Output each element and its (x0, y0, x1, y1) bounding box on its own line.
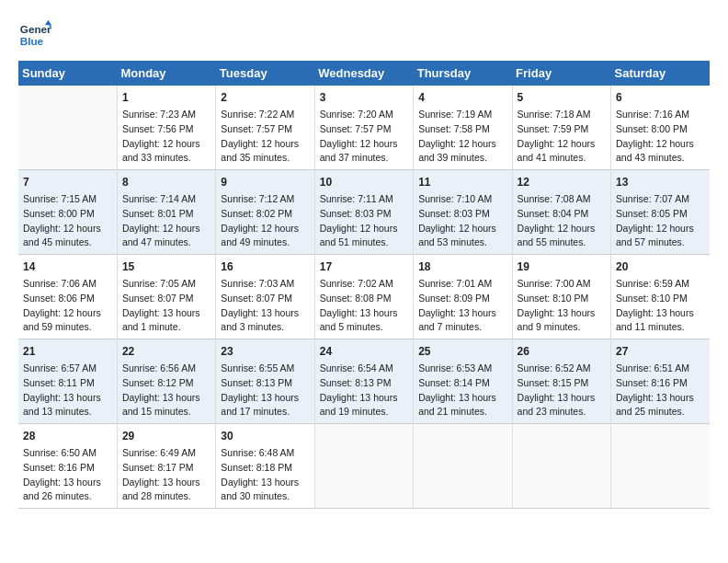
daylight-text: Daylight: 12 hours and 41 minutes. (518, 137, 606, 167)
daylight-text: Daylight: 12 hours and 49 minutes. (221, 222, 309, 251)
calendar-cell: 24Sunrise: 6:54 AMSunset: 8:13 PMDayligh… (314, 339, 413, 424)
calendar-cell: 5Sunrise: 7:18 AMSunset: 7:59 PMDaylight… (512, 86, 610, 170)
calendar-cell: 11Sunrise: 7:10 AMSunset: 8:03 PMDayligh… (414, 170, 512, 255)
calendar-cell: 16Sunrise: 7:03 AMSunset: 8:07 PMDayligh… (216, 255, 314, 339)
daylight-text: Daylight: 13 hours and 5 minutes. (320, 306, 408, 336)
calendar-cell (611, 424, 710, 509)
weekday-row: SundayMondayTuesdayWednesdayThursdayFrid… (18, 61, 710, 86)
day-number: 4 (418, 89, 506, 106)
calendar-cell: 19Sunrise: 7:00 AMSunset: 8:10 PMDayligh… (512, 255, 610, 339)
sunset-text: Sunset: 8:16 PM (616, 376, 705, 391)
day-number: 16 (221, 259, 309, 275)
daylight-text: Daylight: 12 hours and 51 minutes. (320, 222, 408, 251)
logo-icon: General Blue (18, 18, 51, 52)
calendar-cell (414, 424, 512, 509)
calendar-cell: 15Sunrise: 7:05 AMSunset: 8:07 PMDayligh… (117, 255, 215, 339)
day-number: 23 (221, 343, 309, 360)
calendar-cell (314, 424, 413, 509)
calendar-week-row: 21Sunrise: 6:57 AMSunset: 8:11 PMDayligh… (18, 339, 710, 424)
sunrise-text: Sunrise: 6:59 AM (616, 277, 705, 292)
daylight-text: Daylight: 13 hours and 7 minutes. (418, 306, 506, 336)
sunset-text: Sunset: 8:07 PM (122, 292, 210, 306)
sunrise-text: Sunrise: 7:01 AM (418, 277, 506, 292)
calendar-cell (18, 86, 117, 170)
sunset-text: Sunset: 7:57 PM (320, 122, 408, 137)
weekday-header: Tuesday (216, 61, 314, 86)
sunset-text: Sunset: 8:02 PM (221, 207, 309, 222)
sunset-text: Sunset: 7:57 PM (221, 122, 309, 137)
calendar-cell: 2Sunrise: 7:22 AMSunset: 7:57 PMDaylight… (216, 86, 314, 170)
sunset-text: Sunset: 8:03 PM (320, 207, 408, 222)
page-header: General Blue (18, 18, 710, 52)
sunset-text: Sunset: 8:00 PM (23, 207, 112, 222)
daylight-text: Daylight: 13 hours and 17 minutes. (221, 391, 309, 420)
sunrise-text: Sunrise: 7:14 AM (122, 192, 210, 207)
weekday-header: Saturday (611, 61, 710, 86)
daylight-text: Daylight: 12 hours and 39 minutes. (418, 137, 506, 167)
sunset-text: Sunset: 8:11 PM (23, 376, 112, 391)
calendar-cell: 26Sunrise: 6:52 AMSunset: 8:15 PMDayligh… (512, 339, 610, 424)
sunrise-text: Sunrise: 7:16 AM (616, 108, 705, 122)
sunrise-text: Sunrise: 6:48 AM (221, 446, 309, 461)
day-number: 13 (616, 174, 705, 190)
sunrise-text: Sunrise: 7:23 AM (122, 108, 210, 122)
sunset-text: Sunset: 8:05 PM (616, 207, 705, 222)
sunrise-text: Sunrise: 7:00 AM (518, 277, 606, 292)
sunrise-text: Sunrise: 6:52 AM (518, 362, 606, 376)
calendar-week-row: 28Sunrise: 6:50 AMSunset: 8:16 PMDayligh… (18, 424, 710, 509)
sunrise-text: Sunrise: 7:11 AM (320, 192, 408, 207)
daylight-text: Daylight: 12 hours and 33 minutes. (122, 137, 210, 167)
day-number: 14 (23, 259, 112, 275)
daylight-text: Daylight: 13 hours and 28 minutes. (122, 476, 210, 505)
sunrise-text: Sunrise: 6:51 AM (616, 362, 705, 376)
sunset-text: Sunset: 8:10 PM (518, 292, 606, 306)
day-number: 6 (616, 89, 705, 106)
daylight-text: Daylight: 13 hours and 30 minutes. (221, 476, 309, 505)
sunset-text: Sunset: 8:07 PM (221, 292, 309, 306)
day-number: 15 (122, 259, 210, 275)
calendar-cell: 9Sunrise: 7:12 AMSunset: 8:02 PMDaylight… (216, 170, 314, 255)
calendar-cell: 25Sunrise: 6:53 AMSunset: 8:14 PMDayligh… (414, 339, 512, 424)
sunset-text: Sunset: 7:56 PM (122, 122, 210, 137)
calendar-cell: 3Sunrise: 7:20 AMSunset: 7:57 PMDaylight… (314, 86, 413, 170)
daylight-text: Daylight: 13 hours and 3 minutes. (221, 306, 309, 336)
day-number: 21 (23, 343, 112, 360)
sunrise-text: Sunrise: 7:07 AM (616, 192, 705, 207)
calendar-cell: 7Sunrise: 7:15 AMSunset: 8:00 PMDaylight… (18, 170, 117, 255)
daylight-text: Daylight: 13 hours and 23 minutes. (518, 391, 606, 420)
day-number: 1 (122, 89, 210, 106)
day-number: 11 (418, 174, 506, 190)
day-number: 10 (320, 174, 408, 190)
logo: General Blue (18, 18, 51, 52)
calendar-cell: 20Sunrise: 6:59 AMSunset: 8:10 PMDayligh… (611, 255, 710, 339)
day-number: 7 (23, 174, 112, 190)
calendar-cell: 17Sunrise: 7:02 AMSunset: 8:08 PMDayligh… (314, 255, 413, 339)
sunset-text: Sunset: 8:03 PM (418, 207, 506, 222)
calendar-body: 1Sunrise: 7:23 AMSunset: 7:56 PMDaylight… (18, 86, 710, 509)
sunrise-text: Sunrise: 7:08 AM (518, 192, 606, 207)
daylight-text: Daylight: 13 hours and 26 minutes. (23, 476, 112, 505)
day-number: 25 (418, 343, 506, 360)
daylight-text: Daylight: 13 hours and 9 minutes. (518, 306, 606, 336)
sunrise-text: Sunrise: 6:54 AM (320, 362, 408, 376)
day-number: 22 (122, 343, 210, 360)
daylight-text: Daylight: 12 hours and 37 minutes. (320, 137, 408, 167)
day-number: 27 (616, 343, 705, 360)
calendar-cell: 23Sunrise: 6:55 AMSunset: 8:13 PMDayligh… (216, 339, 314, 424)
calendar-week-row: 7Sunrise: 7:15 AMSunset: 8:00 PMDaylight… (18, 170, 710, 255)
sunrise-text: Sunrise: 7:03 AM (221, 277, 309, 292)
sunset-text: Sunset: 8:08 PM (320, 292, 408, 306)
sunrise-text: Sunrise: 7:20 AM (320, 108, 408, 122)
daylight-text: Daylight: 13 hours and 11 minutes. (616, 306, 705, 336)
daylight-text: Daylight: 13 hours and 25 minutes. (616, 391, 705, 420)
sunset-text: Sunset: 7:58 PM (418, 122, 506, 137)
calendar-table: SundayMondayTuesdayWednesdayThursdayFrid… (18, 61, 710, 509)
calendar-week-row: 1Sunrise: 7:23 AMSunset: 7:56 PMDaylight… (18, 86, 710, 170)
daylight-text: Daylight: 12 hours and 55 minutes. (518, 222, 606, 251)
calendar-cell: 22Sunrise: 6:56 AMSunset: 8:12 PMDayligh… (117, 339, 215, 424)
sunset-text: Sunset: 8:12 PM (122, 376, 210, 391)
day-number: 30 (221, 428, 309, 444)
sunrise-text: Sunrise: 7:22 AM (221, 108, 309, 122)
day-number: 18 (418, 259, 506, 275)
sunset-text: Sunset: 8:17 PM (122, 461, 210, 476)
